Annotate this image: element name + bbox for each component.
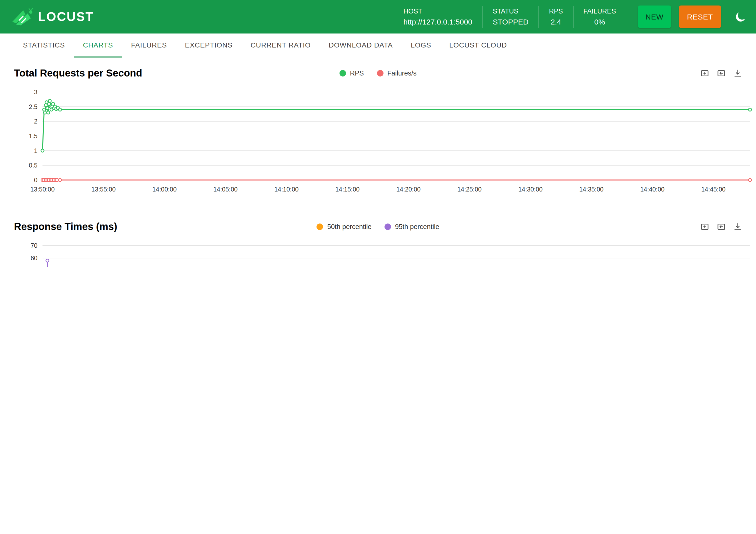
svg-text:14:30:00: 14:30:00 bbox=[518, 186, 543, 193]
host-value: http://127.0.0.1:5000 bbox=[403, 17, 472, 26]
legend-dot bbox=[385, 224, 391, 230]
response-times-chart[interactable]: 01020304050607013:50:0013:55:0014:00:001… bbox=[0, 241, 756, 267]
brand-name: LOCUST bbox=[38, 10, 94, 24]
svg-text:1.5: 1.5 bbox=[29, 132, 38, 140]
tab-statistics[interactable]: STATISTICS bbox=[14, 34, 74, 58]
zoom-select-icon bbox=[700, 69, 709, 77]
zoom-select-icon bbox=[700, 223, 709, 231]
svg-text:0: 0 bbox=[34, 176, 38, 183]
failures-label: FAILURES bbox=[583, 8, 616, 15]
legend-item-rps[interactable]: RPS bbox=[339, 69, 364, 77]
tab-locust-cloud[interactable]: LOCUST CLOUD bbox=[440, 34, 516, 58]
svg-text:2: 2 bbox=[34, 118, 38, 125]
chart-title: Total Requests per Second bbox=[14, 67, 339, 79]
svg-text:14:00:00: 14:00:00 bbox=[152, 186, 176, 193]
svg-text:14:40:00: 14:40:00 bbox=[640, 186, 664, 193]
tab-failures[interactable]: FAILURES bbox=[122, 34, 176, 58]
save-image-button[interactable] bbox=[734, 223, 742, 231]
tab-bar: STATISTICSCHARTSFAILURESEXCEPTIONSCURREN… bbox=[0, 34, 756, 58]
svg-text:13:50:00: 13:50:00 bbox=[30, 186, 55, 193]
svg-text:2.5: 2.5 bbox=[29, 103, 38, 110]
svg-text:14:20:00: 14:20:00 bbox=[396, 186, 420, 193]
page-root: LOCUST HOST http://127.0.0.1:5000 STATUS… bbox=[0, 0, 756, 267]
svg-text:14:05:00: 14:05:00 bbox=[213, 186, 237, 193]
svg-text:70: 70 bbox=[31, 242, 38, 249]
zoom-select-button[interactable] bbox=[700, 223, 709, 231]
host-label: HOST bbox=[403, 8, 472, 15]
reset-button[interactable]: RESET bbox=[679, 6, 721, 28]
tab-download-data[interactable]: DOWNLOAD DATA bbox=[320, 34, 402, 58]
dark-mode-icon bbox=[734, 10, 747, 23]
legend-label: 50th percentile bbox=[327, 223, 371, 230]
svg-text:14:10:00: 14:10:00 bbox=[274, 186, 299, 193]
charts-page: Total Requests per Second RPSFailures/s … bbox=[0, 67, 756, 267]
svg-text:14:45:00: 14:45:00 bbox=[701, 186, 725, 193]
svg-text:14:25:00: 14:25:00 bbox=[457, 186, 481, 193]
save-image-icon bbox=[734, 69, 742, 77]
zoom-select-button[interactable] bbox=[700, 69, 709, 77]
svg-text:14:35:00: 14:35:00 bbox=[579, 186, 604, 193]
tab-charts[interactable]: CHARTS bbox=[74, 34, 122, 58]
status-stat: STATUS STOPPED bbox=[483, 8, 538, 26]
tab-exceptions[interactable]: EXCEPTIONS bbox=[176, 34, 242, 58]
save-image-icon bbox=[734, 223, 742, 231]
svg-text:0.5: 0.5 bbox=[29, 162, 38, 169]
save-image-button[interactable] bbox=[734, 69, 742, 77]
status-value: STOPPED bbox=[493, 17, 528, 26]
rps-label: RPS bbox=[549, 8, 563, 15]
legend-item-95th-percentile[interactable]: 95th percentile bbox=[385, 223, 439, 230]
status-label: STATUS bbox=[493, 8, 528, 15]
zoom-reset-button[interactable] bbox=[717, 69, 725, 77]
legend-dot bbox=[317, 224, 323, 230]
app-header: LOCUST HOST http://127.0.0.1:5000 STATUS… bbox=[0, 0, 756, 34]
host-stat: HOST http://127.0.0.1:5000 bbox=[393, 8, 482, 26]
chart-section-requests-per-second: Total Requests per Second RPSFailures/s … bbox=[0, 67, 756, 197]
legend-label: Failures/s bbox=[387, 69, 417, 77]
svg-text:1: 1 bbox=[34, 147, 38, 154]
requests-per-second-chart[interactable]: 00.511.522.5313:50:0013:55:0014:00:0014:… bbox=[0, 87, 756, 197]
theme-toggle-button[interactable] bbox=[734, 10, 747, 23]
header-stats: HOST http://127.0.0.1:5000 STATUS STOPPE… bbox=[393, 6, 626, 28]
legend-dot bbox=[377, 70, 383, 76]
rps-value: 2.4 bbox=[549, 17, 563, 26]
svg-text:3: 3 bbox=[34, 89, 38, 95]
legend-dot bbox=[339, 70, 346, 76]
legend-label: RPS bbox=[350, 69, 364, 77]
failures-stat: FAILURES 0% bbox=[573, 8, 626, 26]
failures-value: 0% bbox=[583, 17, 616, 26]
svg-text:14:15:00: 14:15:00 bbox=[335, 186, 360, 193]
legend-item-50th-percentile[interactable]: 50th percentile bbox=[317, 223, 371, 230]
svg-text:13:55:00: 13:55:00 bbox=[91, 186, 116, 193]
locust-logo[interactable]: LOCUST bbox=[10, 7, 94, 27]
tab-logs[interactable]: LOGS bbox=[402, 34, 440, 58]
svg-text:60: 60 bbox=[31, 254, 38, 261]
chart-section-response-times: Response Times (ms) 50th percentile95th … bbox=[0, 221, 756, 267]
chart-toolbox bbox=[700, 223, 742, 231]
tab-current-ratio[interactable]: CURRENT RATIO bbox=[241, 34, 320, 58]
rps-stat: RPS 2.4 bbox=[539, 8, 573, 26]
zoom-reset-icon bbox=[717, 69, 725, 77]
new-test-button[interactable]: NEW bbox=[638, 6, 671, 28]
legend-label: 95th percentile bbox=[395, 223, 439, 230]
chart-title: Response Times (ms) bbox=[14, 221, 317, 232]
chart-legend: RPSFailures/s bbox=[339, 69, 417, 77]
zoom-reset-button[interactable] bbox=[717, 223, 725, 231]
locust-logo-icon bbox=[10, 7, 33, 27]
chart-legend: 50th percentile95th percentile bbox=[317, 223, 439, 230]
zoom-reset-icon bbox=[717, 223, 725, 231]
chart-toolbox bbox=[700, 69, 742, 77]
legend-item-failures-s[interactable]: Failures/s bbox=[377, 69, 417, 77]
